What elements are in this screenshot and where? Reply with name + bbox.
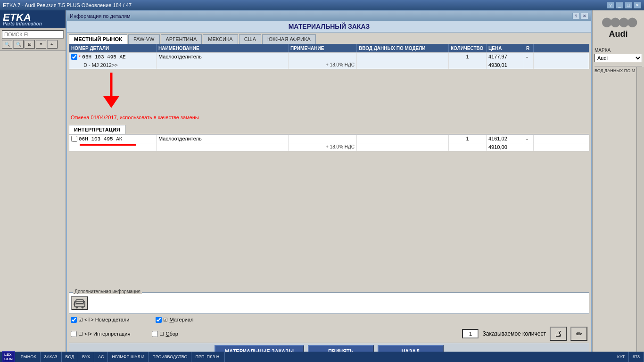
- minimize-button[interactable]: _: [616, 2, 623, 8]
- search-icons: 🔍 🔍 ⊡ ≡ ↵: [2, 40, 64, 49]
- additional-info-content: [69, 293, 589, 313]
- search-input[interactable]: [2, 30, 64, 39]
- red-arrow-icon: [95, 70, 132, 110]
- svg-marker-1: [103, 96, 119, 108]
- interp-row-1: 06Н 103 495 АК Маслоотделитель 1 4161,02…: [69, 134, 589, 143]
- info-car-icon: [73, 297, 86, 309]
- info-icon-button[interactable]: [71, 296, 88, 310]
- brand-select[interactable]: Audi: [594, 54, 642, 62]
- dialog-title-bar: Информация по деталям ? ✕: [67, 11, 591, 21]
- zoom-fit-icon[interactable]: ⊡: [25, 40, 35, 49]
- svg-point-5: [82, 306, 84, 309]
- interp-row-checkbox[interactable]: [71, 136, 77, 142]
- zoom-in-icon[interactable]: 🔍: [13, 40, 24, 49]
- checkbox-assembly[interactable]: [152, 331, 158, 337]
- main-qty2-cell: [449, 61, 487, 69]
- status-kat-num: 673: [629, 352, 644, 362]
- interp-price-vat-cell: 4910,00: [487, 143, 524, 151]
- status-bod: БОД: [62, 352, 79, 362]
- interp-name2-cell: [157, 143, 289, 151]
- interp-price-cell: 4161,02: [487, 135, 524, 143]
- order-row: ☐ <I> Интерпретация ☐ Сбор Заказываемое …: [69, 325, 589, 343]
- main-row-checkbox[interactable]: [71, 54, 77, 60]
- interp-part-number: 06Н 103 495 АК: [79, 136, 122, 142]
- main-model-cell: [357, 53, 449, 61]
- interp-part-name: Маслоотделитель: [158, 136, 202, 141]
- tab-interpretation[interactable]: ИНТЕРПРЕТАЦИЯ: [69, 125, 125, 134]
- spacer: [69, 151, 589, 291]
- search-box: 🔍 🔍 ⊡ ≡ ↵: [0, 28, 66, 51]
- checkbox-partnumber[interactable]: [71, 317, 77, 323]
- main-price: 4177,97: [488, 54, 507, 59]
- checkboxes-row: ☑ <T> Номер детали ☑ Материал: [69, 315, 589, 325]
- order-qty-input[interactable]: [462, 329, 479, 338]
- tab-argentina[interactable]: АРГЕНТИНА: [161, 34, 202, 44]
- print-button[interactable]: 🖨: [550, 327, 567, 341]
- main-model2-cell: [357, 61, 449, 69]
- status-rynok: РЫНОК: [17, 352, 41, 362]
- right-scrollbar[interactable]: [636, 67, 644, 353]
- checkbox-assembly-label: ☐ Сбор: [159, 331, 178, 337]
- checkbox-interpretation[interactable]: [71, 331, 77, 337]
- main-part-number-cell: * 06Н 103 495 АЕ: [69, 53, 157, 61]
- interp-model-cell: [357, 135, 449, 143]
- dialog-help-button[interactable]: ?: [572, 13, 580, 19]
- main-vat-cell: + 18.0% НДС: [289, 61, 357, 69]
- checkbox-partnumber-label: ☑ <T> Номер детали: [78, 317, 129, 323]
- list-icon[interactable]: ≡: [36, 40, 46, 49]
- main-price-cell: 4177,97: [487, 53, 524, 61]
- tab-faw-vw[interactable]: FAW-VW: [128, 34, 160, 44]
- tab-mexico[interactable]: МЕКСИКА: [203, 34, 238, 44]
- main-name2-cell: [157, 61, 289, 69]
- main-note2: D - MJ 2012>>: [83, 62, 118, 68]
- checkbox-material-label: ☑ Материал: [163, 317, 193, 323]
- interp-tab-row: ИНТЕРПРЕТАЦИЯ: [69, 125, 589, 134]
- status-kat: КАТ: [613, 352, 629, 362]
- dialog-close-button[interactable]: ✕: [581, 13, 588, 19]
- title-bar-controls: ? _ □ ✕: [607, 2, 641, 8]
- tab-local-market[interactable]: МЕСТНЫЙ РЫНОК: [69, 34, 127, 44]
- main-qty-cell: 1: [449, 53, 487, 61]
- audi-logo-area: ⬤⬤⬤⬤ Audi: [594, 12, 642, 43]
- order-qty-label: Заказываемое количест: [482, 330, 546, 337]
- parts-info-subtitle: Parts Information: [3, 22, 63, 26]
- search-go-icon[interactable]: ↵: [47, 40, 58, 49]
- interp-r-cell: -: [524, 135, 534, 143]
- audi-brand-text: Audi: [609, 29, 628, 39]
- main-r-cell: -: [524, 53, 534, 61]
- main-price-vat: 4930,01: [488, 62, 507, 68]
- red-underline: [80, 144, 136, 146]
- status-buk: БУК: [78, 352, 94, 362]
- status-production: ПРОИЗВОДСТВО: [149, 352, 191, 362]
- checkbox-material[interactable]: [156, 317, 162, 323]
- maximize-button[interactable]: □: [625, 2, 632, 8]
- checkbox-interpretation-item: ☐ <I> Интерпретация: [71, 331, 130, 337]
- main-table-row-1: * 06Н 103 495 АЕ Маслоотделитель 1 4177,…: [69, 52, 589, 61]
- dialog-body: МЕСТНЫЙ РЫНОК FAW-VW АРГЕНТИНА МЕКСИКА С…: [67, 33, 591, 361]
- tab-south-africa[interactable]: ЮЖНАЯ АФРИКА: [262, 34, 316, 44]
- col-price: ЦЕНА: [487, 44, 524, 52]
- help-button[interactable]: ?: [607, 2, 614, 8]
- col-note: ПРИМЕЧАНИЕ: [289, 44, 357, 52]
- tabs-row: МЕСТНЫЙ РЫНОК FAW-VW АРГЕНТИНА МЕКСИКА С…: [69, 34, 589, 44]
- status-zakaz: ЗАКАЗ: [41, 352, 62, 362]
- main-note2-cell: D - MJ 2012>>: [69, 61, 157, 69]
- checkbox-partnumber-item: ☑ <T> Номер детали: [71, 317, 129, 323]
- vvod-label: ВОД ДАННЫХ ПО М: [594, 66, 642, 73]
- additional-info-label: Дополнительная информация: [73, 289, 142, 294]
- zoom-out-icon[interactable]: 🔍: [2, 40, 12, 49]
- col-r: R: [524, 44, 534, 52]
- status-prp: ПРП. ПЛЗ.Н.: [191, 352, 224, 362]
- interp-price: 4161,02: [488, 136, 507, 141]
- status-ac: AC: [94, 352, 108, 362]
- interp-row-2: + 18.0% НДС 4910,00: [69, 143, 589, 151]
- edit-button[interactable]: ✏: [570, 327, 587, 341]
- etka-logo: ETKA Parts Information: [0, 10, 66, 28]
- main-price-vat-cell: 4930,01: [487, 61, 524, 69]
- close-button[interactable]: ✕: [634, 2, 641, 8]
- dialog-title-controls: ? ✕: [572, 13, 588, 19]
- main-table-row-2: D - MJ 2012>> + 18.0% НДС 4930,01: [69, 61, 589, 69]
- interp-vat: + 18.0% НДС: [326, 144, 355, 149]
- tab-usa[interactable]: США: [239, 34, 261, 44]
- interp-r2-cell: [524, 143, 534, 151]
